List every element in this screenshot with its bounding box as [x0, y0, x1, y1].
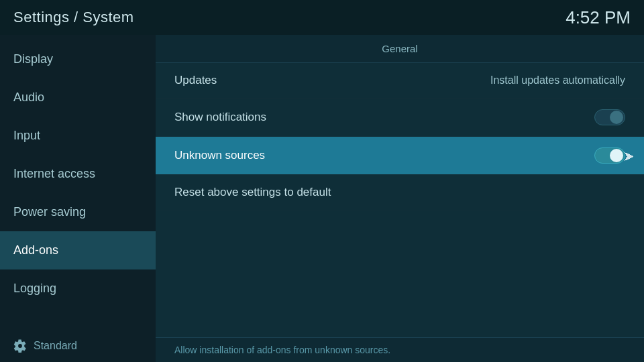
- section-header: General: [156, 35, 644, 63]
- setting-row-reset[interactable]: Reset above settings to default: [156, 175, 644, 210]
- sidebar-item-internet-access[interactable]: Internet access: [0, 155, 156, 193]
- sidebar-item-display[interactable]: Display: [0, 40, 156, 78]
- sidebar-item-label: Add-ons: [13, 243, 58, 257]
- sidebar-item-label: Display: [13, 52, 53, 66]
- cursor-icon: ⮞: [624, 152, 635, 164]
- setting-row-show-notifications[interactable]: Show notifications: [156, 99, 644, 137]
- content-area: General Updates Install updates automati…: [156, 35, 644, 362]
- footer-hint: Allow installation of add-ons from unkno…: [156, 337, 644, 362]
- sidebar-item-label: Input: [13, 129, 40, 143]
- sidebar-item-logging[interactable]: Logging: [0, 269, 156, 308]
- sidebar-item-label: Audio: [13, 90, 44, 105]
- clock: 4:52 PM: [566, 7, 631, 28]
- main-area: Display Audio Input Internet access Powe…: [0, 35, 644, 362]
- toggle-knob: [610, 149, 623, 162]
- sidebar: Display Audio Input Internet access Powe…: [0, 35, 156, 362]
- setting-row-unknown-sources[interactable]: Unknown sources ⮞: [156, 137, 644, 175]
- setting-label-show-notifications: Show notifications: [174, 111, 266, 124]
- settings-level-label: Standard: [34, 340, 77, 352]
- toggle-cursor-area: ⮞: [594, 147, 625, 164]
- header: Settings / System 4:52 PM: [0, 0, 644, 35]
- setting-value-updates: Install updates automatically: [490, 74, 625, 86]
- setting-label-reset: Reset above settings to default: [174, 186, 331, 199]
- toggle-unknown-sources[interactable]: [594, 147, 625, 164]
- sidebar-item-label: Power saving: [13, 205, 86, 219]
- sidebar-item-add-ons[interactable]: Add-ons: [0, 231, 156, 269]
- settings-list: Updates Install updates automatically Sh…: [156, 63, 644, 337]
- sidebar-item-input[interactable]: Input: [0, 117, 156, 155]
- sidebar-item-audio[interactable]: Audio: [0, 78, 156, 117]
- setting-label-updates: Updates: [174, 74, 217, 87]
- setting-row-updates[interactable]: Updates Install updates automatically: [156, 63, 644, 99]
- sidebar-item-label: Internet access: [13, 167, 95, 181]
- toggle-knob: [610, 111, 623, 124]
- sidebar-item-power-saving[interactable]: Power saving: [0, 193, 156, 231]
- gear-icon: [13, 339, 27, 353]
- sidebar-item-label: Logging: [13, 282, 56, 296]
- toggle-show-notifications[interactable]: [594, 109, 625, 125]
- page-title: Settings / System: [13, 9, 134, 26]
- setting-label-unknown-sources: Unknown sources: [174, 149, 265, 162]
- settings-level[interactable]: Standard: [0, 330, 156, 362]
